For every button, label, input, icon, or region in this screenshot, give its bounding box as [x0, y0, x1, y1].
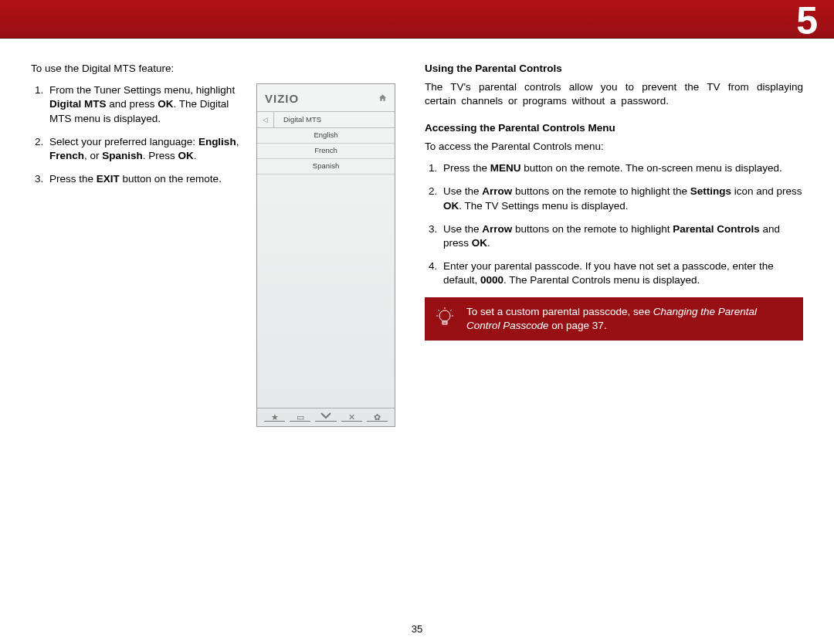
close-icon: ✕ — [339, 412, 364, 423]
gear-icon: ✿ — [364, 412, 390, 423]
chapter-number: 5 — [796, 0, 819, 48]
accessing-heading: Accessing the Parental Controls Menu — [425, 121, 803, 135]
left-column: To use the Digital MTS feature: From the… — [31, 62, 395, 613]
tv-menu: ◁ Digital MTS English French Spanish — [257, 111, 395, 174]
home-icon — [378, 92, 387, 106]
svg-line-2 — [438, 310, 439, 311]
mts-step-1: From the Tuner Settings menu, highlight … — [46, 83, 239, 126]
tv-mock-footer: ★ ▭ ✕ ✿ — [257, 408, 395, 426]
chevron-down-icon — [313, 412, 338, 423]
lightbulb-icon — [434, 305, 456, 330]
mts-intro: To use the Digital MTS feature: — [31, 62, 239, 76]
tv-menu-title-row: ◁ Digital MTS — [257, 111, 395, 128]
tv-menu-title: Digital MTS — [274, 113, 395, 127]
page-content: To use the Digital MTS feature: From the… — [31, 62, 803, 613]
star-icon: ★ — [262, 412, 287, 423]
vizio-logo: VIZIO — [265, 91, 299, 107]
tip-callout: To set a custom parental passcode, see C… — [425, 297, 803, 341]
tv-menu-item-spanish: Spanish — [257, 159, 395, 175]
mts-step-3: Press the EXIT button on the remote. — [46, 172, 239, 186]
tv-mock-header: VIZIO — [257, 84, 395, 111]
tip-text: To set a custom parental passcode, see C… — [466, 305, 791, 333]
parental-heading: Using the Parental Controls — [425, 62, 803, 76]
mts-instructions: To use the Digital MTS feature: From the… — [31, 62, 239, 613]
accessing-intro: To access the Parental Controls menu: — [425, 140, 803, 154]
mts-steps: From the Tuner Settings menu, highlight … — [31, 83, 239, 186]
tv-menu-item-french: French — [257, 144, 395, 159]
access-step-2: Use the Arrow buttons on the remote to h… — [440, 185, 803, 212]
tv-menu-item-english: English — [257, 128, 395, 144]
tv-menu-mockup: VIZIO ◁ Digital MTS English French Spani… — [256, 83, 395, 427]
access-step-3: Use the Arrow buttons on the remote to h… — [440, 222, 803, 250]
svg-line-3 — [450, 310, 452, 311]
chapter-header-bar: 5 — [0, 0, 834, 39]
accessing-steps: Press the MENU button on the remote. The… — [425, 161, 803, 288]
access-step-1: Press the MENU button on the remote. The… — [440, 161, 803, 175]
parental-intro: The TV's parental controls allow you to … — [425, 80, 803, 108]
page-number: 35 — [412, 622, 422, 636]
svg-point-0 — [439, 310, 450, 321]
right-column: Using the Parental Controls The TV's par… — [425, 62, 803, 613]
back-arrow-icon: ◁ — [257, 112, 274, 127]
wide-icon: ▭ — [287, 412, 313, 423]
mts-step-2: Select your preferred language: English,… — [46, 135, 239, 163]
access-step-4: Enter your parental passcode. If you hav… — [440, 259, 803, 287]
